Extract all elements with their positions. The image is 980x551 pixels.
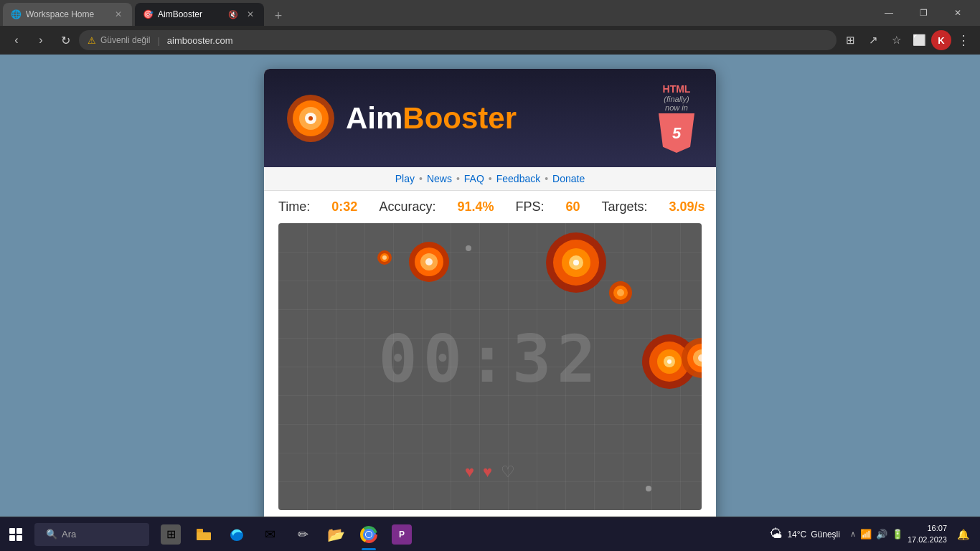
url-text: aimbooster.com [167, 35, 233, 46]
window-controls: — ❐ ✕ [872, 0, 980, 26]
edge-icon [227, 524, 247, 545]
svg-rect-6 [197, 532, 211, 540]
address-bar-right: ⊞ ↗ ☆ ⬜ K ⋮ [839, 29, 974, 51]
workspace-favicon: 🌐 [10, 9, 22, 20]
html5-finally: (finally) [664, 95, 689, 103]
network-icon: 📶 [860, 529, 872, 540]
tab-aimbooster[interactable]: 🎯 AimBooster 🔇 ✕ [135, 3, 264, 26]
html5-label: HTML [663, 83, 691, 95]
taskbar-icon-mail[interactable]: ✉ [254, 517, 286, 552]
page-content: AimBooster HTML (finally) now in 5 [0, 55, 980, 517]
nav-news[interactable]: News [427, 173, 452, 184]
tab-workspace-label: Workspace Home [26, 9, 108, 19]
weather-condition: Güneşli [811, 529, 840, 540]
taskbar-icon-pen[interactable]: ✏ [287, 517, 319, 552]
desktop: 🌐 Workspace Home ✕ 🎯 AimBooster 🔇 ✕ + — … [0, 0, 980, 551]
security-warning-icon: ⚠ [88, 35, 96, 46]
logo-text-block: AimBooster [346, 101, 517, 136]
tab-aimbooster-label: AimBooster [158, 9, 222, 19]
taskbar-clock[interactable]: 16:07 17.02.2023 [908, 523, 947, 545]
taskbar-icon-ide[interactable]: P [386, 517, 418, 552]
tab-mute-icon[interactable]: 🔇 [227, 8, 240, 21]
nav-faq[interactable]: FAQ [464, 173, 484, 184]
maximize-button[interactable]: ❐ [907, 0, 940, 26]
pen-icon: ✏ [293, 524, 313, 545]
windows-icon [9, 528, 22, 541]
forward-button[interactable]: › [30, 29, 52, 51]
nav-play[interactable]: Play [395, 173, 415, 184]
target-sm-inner [617, 289, 624, 296]
weather-temp: 14°C [787, 529, 806, 540]
share-icon[interactable]: ↗ [862, 29, 884, 51]
taskbar-icon-file-explorer[interactable] [188, 517, 220, 552]
targets-layer [278, 223, 702, 510]
ide-icon: P [392, 524, 412, 545]
url-separator: | [157, 35, 159, 46]
security-label: Güvenli değil [100, 35, 150, 45]
system-tray: ∧ 📶 🔊 🔋 [850, 529, 903, 540]
targets-value: 3.09/s [669, 199, 705, 215]
notification-button[interactable]: 🔔 [951, 517, 974, 552]
task-view-icon: ⊞ [161, 524, 181, 545]
profile-button[interactable]: K [931, 30, 951, 50]
weather-icon: 🌤 [770, 527, 783, 542]
fps-value: 60 [565, 199, 580, 215]
taskbar-icon-folder[interactable]: 📂 [320, 517, 352, 552]
close-button[interactable]: ✕ [941, 0, 974, 26]
aimbooster-favicon: 🎯 [142, 9, 154, 20]
nav-feedback[interactable]: Feedback [496, 173, 540, 184]
target-med-center [425, 258, 433, 265]
weather-widget[interactable]: 🌤 14°C Güneşli [770, 527, 840, 542]
tab-aimbooster-close[interactable]: ✕ [244, 8, 257, 21]
clock-time: 16:07 [908, 523, 947, 534]
sidebar-icon[interactable]: ⬜ [908, 29, 930, 51]
url-bar[interactable]: ⚠ Güvenli değil | aimbooster.com [79, 30, 837, 50]
site-header: AimBooster HTML (finally) now in 5 [264, 69, 716, 167]
logo-icon [286, 93, 336, 143]
site-nav: Play • News • FAQ • Feedback • Donate [264, 167, 716, 191]
start-button[interactable] [0, 517, 32, 552]
new-tab-button[interactable]: + [267, 6, 290, 26]
nav-sep3: • [489, 173, 492, 184]
tab-workspace-close[interactable]: ✕ [112, 8, 125, 21]
translate-icon[interactable]: ⊞ [839, 29, 861, 51]
show-hidden-icons[interactable]: ∧ [850, 529, 856, 539]
svg-point-13 [366, 532, 372, 537]
search-icon: 🔍 [46, 529, 57, 540]
taskbar-icon-edge[interactable] [221, 517, 253, 552]
target-small-inner [382, 255, 387, 260]
svg-point-4 [308, 116, 313, 121]
menu-button[interactable]: ⋮ [953, 29, 974, 51]
nav-donate[interactable]: Donate [552, 173, 585, 184]
bookmark-icon[interactable]: ☆ [885, 29, 907, 51]
nav-sep4: • [545, 173, 548, 184]
back-button[interactable]: ‹ [6, 29, 27, 51]
target-large-center [573, 260, 579, 265]
taskbar: 🔍 Ara ⊞ ✉ ✏ 📂 [0, 517, 980, 551]
html5-badge: HTML (finally) now in 5 [659, 83, 694, 153]
target-dot-bottom [646, 486, 651, 491]
taskbar-pinned-icons: ⊞ ✉ ✏ 📂 [155, 517, 418, 552]
accuracy-value: 91.4% [457, 199, 494, 215]
minimize-button[interactable]: — [872, 0, 905, 26]
accuracy-label: Accuracy: [379, 199, 435, 215]
folder-icon: 📂 [326, 524, 346, 545]
html5-shape: 5 [659, 113, 694, 153]
time-value: 0:32 [331, 199, 357, 215]
browser-window: 🌐 Workspace Home ✕ 🎯 AimBooster 🔇 ✕ + — … [0, 0, 980, 517]
clock-date: 17.02.2023 [908, 534, 947, 545]
tab-workspace[interactable]: 🌐 Workspace Home ✕ [3, 3, 132, 26]
logo-booster: Booster [402, 101, 517, 135]
targets-label: Targets: [602, 199, 648, 215]
address-bar: ‹ › ↻ ⚠ Güvenli değil | aimbooster.com ⊞… [0, 26, 980, 55]
site-wrapper: AimBooster HTML (finally) now in 5 [264, 69, 716, 517]
logo-text: AimBooster [346, 101, 517, 135]
taskbar-search[interactable]: 🔍 Ara [34, 523, 149, 546]
refresh-button[interactable]: ↻ [55, 29, 76, 51]
game-canvas[interactable]: 00:32 ♥ ♥ ♡ [278, 223, 702, 510]
tab-bar: 🌐 Workspace Home ✕ 🎯 AimBooster 🔇 ✕ + — … [0, 0, 980, 26]
taskbar-icon-chrome[interactable] [353, 517, 385, 552]
search-label: Ara [62, 529, 76, 540]
volume-icon[interactable]: 🔊 [876, 529, 887, 540]
taskbar-icon-task-view[interactable]: ⊞ [155, 517, 187, 552]
